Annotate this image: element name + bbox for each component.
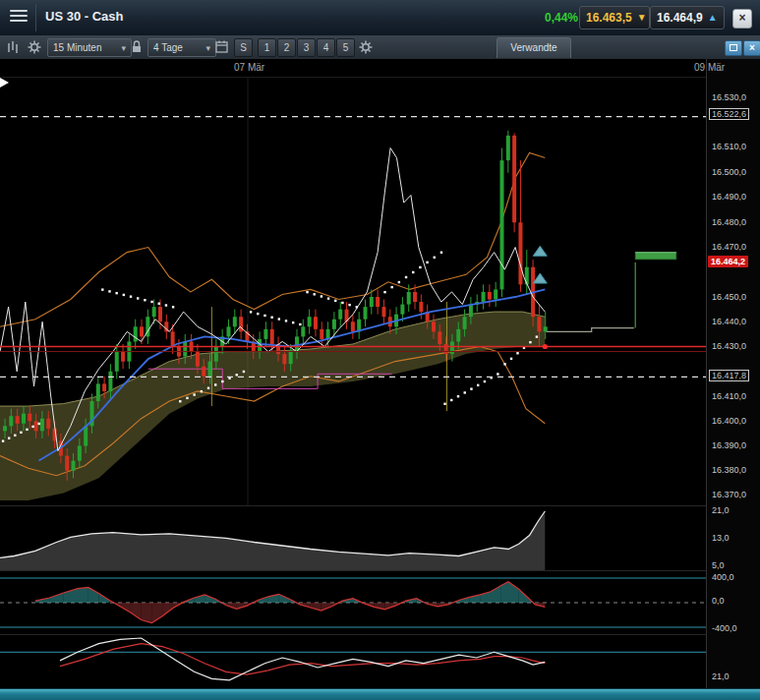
chevron-down-icon: ▾ bbox=[205, 43, 210, 53]
calendar-icon[interactable] bbox=[214, 39, 230, 55]
axis-label: 16.400,0 bbox=[712, 416, 746, 426]
sell-price: 16.463,5 bbox=[586, 11, 632, 25]
chevron-down-icon: ▾ bbox=[121, 43, 126, 53]
axis-label: 21,0 bbox=[712, 671, 730, 681]
axis-label: 16.490,0 bbox=[712, 192, 746, 202]
buy-arrow-icon: ▲ bbox=[708, 13, 718, 23]
indicator-panel-3[interactable] bbox=[0, 634, 706, 688]
header-divider bbox=[35, 4, 36, 31]
preset-button-5[interactable]: 5 bbox=[336, 38, 355, 57]
related-tab[interactable]: Verwandte bbox=[497, 37, 571, 58]
lock-icon[interactable] bbox=[130, 39, 146, 55]
axis-label: 16.470,0 bbox=[712, 242, 746, 252]
preset-button-4[interactable]: 4 bbox=[317, 38, 335, 57]
chart-scroll-arrow-icon[interactable] bbox=[0, 78, 9, 88]
menu-icon[interactable] bbox=[10, 10, 28, 24]
price-axis[interactable]: 16.530,016.522,616.510,016.500,016.490,0… bbox=[706, 59, 760, 688]
axis-label: 16.522,6 bbox=[709, 108, 749, 120]
axis-label: 16.440,0 bbox=[712, 317, 746, 326]
header-bar: US 30 - Cash 0,44% 16.463,5 ▼ 16.464,9 ▲… bbox=[0, 0, 760, 36]
separator bbox=[0, 505, 760, 506]
timeframe-dropdown[interactable]: 15 Minuten ▾ bbox=[47, 38, 132, 57]
separator bbox=[0, 77, 760, 78]
app-window: US 30 - Cash 0,44% 16.463,5 ▼ 16.464,9 ▲… bbox=[0, 0, 760, 700]
axis-label: 13,0 bbox=[712, 533, 730, 543]
axis-label: 16.417,8 bbox=[709, 370, 749, 381]
preset-button-2[interactable]: 2 bbox=[277, 38, 296, 57]
axis-label: 16.390,0 bbox=[712, 440, 746, 450]
window-close-icon[interactable]: × bbox=[743, 40, 760, 56]
axis-label: 5,0 bbox=[712, 560, 725, 570]
indicator-gear-icon[interactable] bbox=[358, 39, 374, 55]
time-axis-label: 09 Mär bbox=[694, 62, 725, 73]
range-dropdown[interactable]: 4 Tage ▾ bbox=[147, 38, 216, 57]
current-price-label: 16.464,2 bbox=[708, 256, 748, 267]
axis-label: 16.480,0 bbox=[712, 217, 746, 227]
axis-label: 0,0 bbox=[712, 596, 725, 606]
chart-toolbar: 15 Minuten ▾ 4 Tage ▾ S12345 Verwandte × bbox=[0, 35, 760, 60]
axis-label: 400,0 bbox=[712, 572, 734, 582]
chart-settings-gear-icon[interactable] bbox=[27, 39, 42, 55]
axis-label: 16.510,0 bbox=[712, 142, 746, 151]
buy-price: 16.464,9 bbox=[657, 11, 703, 25]
close-icon: × bbox=[738, 11, 745, 25]
indicator-panel-2[interactable] bbox=[0, 570, 706, 634]
axis-label: 16.530,0 bbox=[712, 92, 746, 102]
chart-type-icon[interactable] bbox=[5, 39, 21, 55]
sell-arrow-icon: ▼ bbox=[637, 13, 647, 23]
preset-button-s[interactable]: S bbox=[234, 38, 253, 57]
time-axis-label: 07 Mär bbox=[234, 62, 264, 73]
chart-canvas[interactable] bbox=[0, 59, 706, 688]
close-button[interactable]: × bbox=[732, 9, 752, 29]
preset-button-3[interactable]: 3 bbox=[297, 38, 316, 57]
axis-label: 16.380,0 bbox=[712, 465, 746, 475]
axis-label: 16.410,0 bbox=[712, 391, 746, 401]
separator bbox=[0, 634, 760, 635]
axis-label: -400,0 bbox=[712, 623, 737, 633]
change-percent: 0,44% bbox=[531, 11, 578, 25]
range-value: 4 Tage bbox=[153, 42, 183, 53]
price-chart[interactable] bbox=[0, 59, 706, 505]
axis-label: 16.370,0 bbox=[712, 490, 746, 499]
axis-label: 16.500,0 bbox=[712, 167, 746, 177]
separator bbox=[0, 570, 760, 571]
axis-label: 16.450,0 bbox=[712, 292, 746, 302]
window-restore-icon[interactable] bbox=[725, 40, 742, 56]
preset-button-1[interactable]: 1 bbox=[258, 38, 276, 57]
bottom-frame-bar bbox=[0, 688, 760, 700]
axis-label: 16.430,0 bbox=[712, 341, 746, 351]
timeframe-value: 15 Minuten bbox=[53, 42, 101, 53]
indicator-panel-1[interactable] bbox=[0, 505, 706, 570]
instrument-title: US 30 - Cash bbox=[45, 9, 123, 24]
axis-label: 21,0 bbox=[712, 505, 730, 515]
buy-button[interactable]: 16.464,9 ▲ bbox=[650, 6, 725, 29]
sell-button[interactable]: 16.463,5 ▼ bbox=[579, 6, 650, 29]
